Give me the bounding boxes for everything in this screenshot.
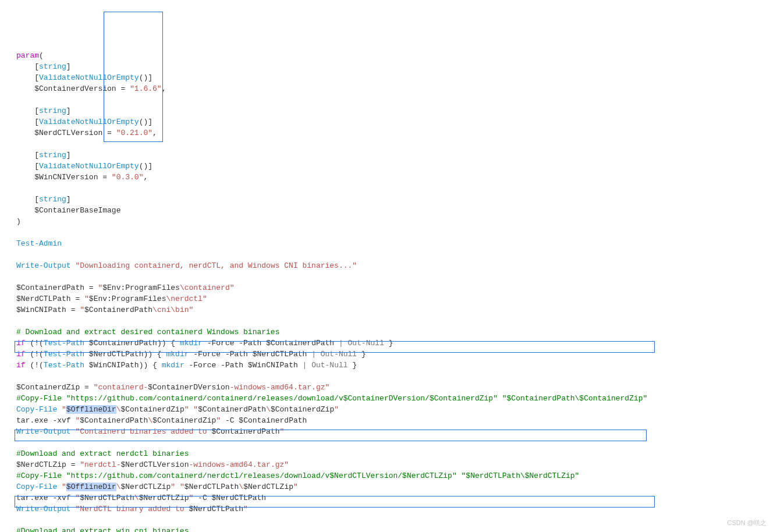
watermark-text: CSDN @咲之	[728, 517, 767, 529]
commented-download-containerd: #Copy-File "https://github.com/container…	[16, 394, 647, 403]
offlinedir-highlight: $OfflineDir	[66, 483, 116, 491]
command-test-admin: Test-Admin	[16, 239, 62, 248]
code-block: param( [string] [ValidateNotNullOrEmpty(…	[16, 50, 754, 532]
offlinedir-highlight: $OfflineDir	[66, 405, 116, 414]
commented-download-nerdctl: #Copy-File "https://github.com/container…	[16, 471, 579, 480]
keyword-param: param	[16, 51, 39, 60]
